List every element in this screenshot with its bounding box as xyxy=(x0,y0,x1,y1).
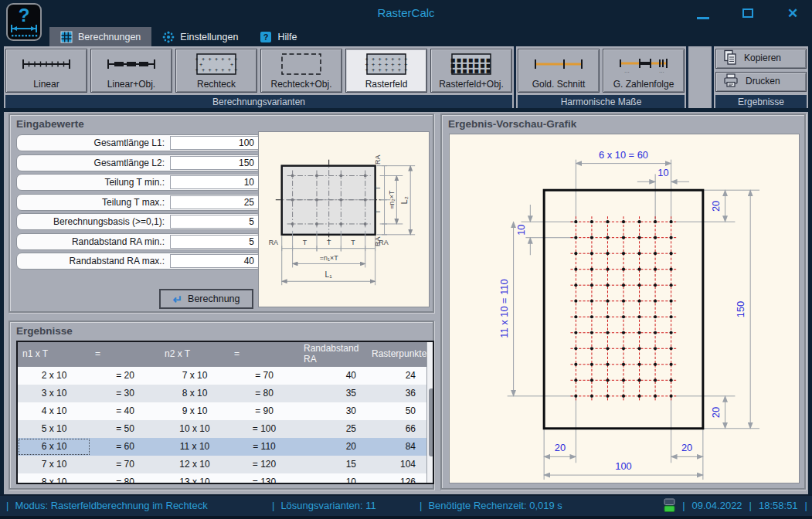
dim-label: 11 x 10 = 110 xyxy=(498,279,510,338)
table-cell[interactable]: 25 xyxy=(299,420,367,438)
table-cell[interactable]: 36 xyxy=(367,385,426,402)
input-row-7: Randabstand RA max.:40 xyxy=(16,253,262,270)
table-cell[interactable]: = 80 xyxy=(229,385,299,402)
input-value-field[interactable]: 5 xyxy=(170,235,260,249)
col-header[interactable]: = xyxy=(229,342,299,367)
table-row[interactable]: 5 x 10= 5010 x 10= 1002566 xyxy=(18,420,426,438)
golden-section-icon xyxy=(532,49,586,79)
table-cell[interactable]: = 110 xyxy=(229,438,299,456)
table-row[interactable]: 8 x 10= 8013 x 10= 13010126 xyxy=(18,473,426,484)
dim-label: T xyxy=(351,239,355,246)
toolbar-group-results: Kopieren Drucken Ergebnisse xyxy=(714,46,808,108)
col-header[interactable]: Randabstand RA xyxy=(299,342,367,367)
table-cell[interactable]: = 60 xyxy=(90,438,160,456)
table-cell[interactable]: 126 xyxy=(367,473,426,484)
table-row[interactable]: 4 x 10= 409 x 10= 903050 xyxy=(18,402,426,420)
berechnung-button[interactable]: ↵ Berechnung xyxy=(159,289,253,309)
table-cell[interactable]: = 100 xyxy=(229,420,299,438)
input-value-field[interactable]: 10 xyxy=(170,175,260,189)
input-value-field[interactable]: 5 xyxy=(170,215,260,229)
minimize-button[interactable] xyxy=(695,5,712,22)
schematic-canvas: RA T T T RA =n₁×T L₁ RA T xyxy=(259,132,429,307)
table-cell[interactable]: = 70 xyxy=(90,456,160,473)
table-cell[interactable]: 12 x 10 xyxy=(160,456,229,473)
linear-objects-button[interactable]: Linear+Obj. xyxy=(90,49,172,93)
table-cell[interactable]: = 20 xyxy=(90,367,160,385)
input-label: Teilung T max.: xyxy=(102,197,165,208)
table-cell[interactable]: 13 x 10 xyxy=(160,473,229,484)
close-button[interactable]: ✕ xyxy=(784,5,801,22)
input-row-6: Randabstand RA min.:5 xyxy=(16,233,262,250)
printer-icon xyxy=(723,73,739,90)
rechteck-obj-button[interactable]: Rechteck+Obj. xyxy=(260,49,342,93)
table-cell[interactable]: 24 xyxy=(367,367,426,385)
rasterfeld-obj-button[interactable]: ■■■■■■■ ■■■■■■■ ■■■■■■■ Rasterfeld+Obj. xyxy=(430,49,512,93)
table-cell[interactable]: = 50 xyxy=(90,420,160,438)
input-value-field[interactable]: 25 xyxy=(170,195,260,209)
results-table-body: 2 x 10= 207 x 10= 7040243 x 10= 308 x 10… xyxy=(18,367,426,484)
table-cell[interactable]: 4 x 10 xyxy=(18,402,90,420)
table-cell[interactable]: 35 xyxy=(299,385,367,402)
table-cell[interactable]: = 40 xyxy=(90,402,160,420)
scrollbar-thumb[interactable] xyxy=(429,388,434,456)
table-cell[interactable]: 30 xyxy=(299,402,367,420)
svg-text:...: ... xyxy=(659,67,664,74)
table-row[interactable]: 3 x 10= 308 x 10= 803536 xyxy=(18,385,426,402)
table-cell[interactable]: 50 xyxy=(367,402,426,420)
col-header[interactable]: Rasterpunkte xyxy=(367,342,426,367)
table-cell[interactable]: 15 xyxy=(299,456,367,473)
col-header[interactable]: = xyxy=(90,342,160,367)
window-controls: ✕ xyxy=(695,5,801,22)
tab-berechnungen[interactable]: Berechnungen xyxy=(49,27,151,46)
table-cell[interactable]: 2 x 10 xyxy=(18,367,90,385)
goldener-schnitt-button[interactable]: Gold. Schnitt xyxy=(518,49,600,93)
table-cell[interactable]: = 70 xyxy=(229,367,299,385)
table-cell[interactable]: 3 x 10 xyxy=(18,385,90,402)
preview-panel: Ergebnis-Vorschau-Grafik xyxy=(440,114,806,490)
kopieren-button[interactable]: Kopieren xyxy=(715,49,807,69)
table-cell[interactable]: 66 xyxy=(367,420,426,438)
table-cell[interactable]: 104 xyxy=(367,456,426,473)
maximize-button[interactable] xyxy=(739,5,756,22)
table-cell[interactable]: 8 x 10 xyxy=(18,473,90,484)
table-cell[interactable]: 11 x 10 xyxy=(160,438,229,456)
table-cell[interactable]: 7 x 10 xyxy=(18,456,90,473)
table-row[interactable]: 2 x 10= 207 x 10= 704024 xyxy=(18,367,426,385)
table-cell[interactable]: = 130 xyxy=(229,473,299,484)
table-cell[interactable]: 5 x 10 xyxy=(18,420,90,438)
titlebar: ? RasterCalc ✕ xyxy=(0,0,812,27)
table-cell[interactable]: 6 x 10 xyxy=(18,438,90,456)
table-scrollbar[interactable] xyxy=(426,342,433,483)
col-header[interactable]: n1 x T xyxy=(18,342,90,367)
drucken-button[interactable]: Drucken xyxy=(715,72,807,92)
table-cell[interactable]: 10 x 10 xyxy=(160,420,229,438)
button-label: Gold. Schnitt xyxy=(532,79,586,91)
separator: | xyxy=(272,500,274,511)
table-cell[interactable]: = 120 xyxy=(229,456,299,473)
col-header[interactable]: n2 x T xyxy=(160,342,229,367)
tab-hilfe[interactable]: ? Hilfe xyxy=(249,27,307,46)
table-cell[interactable]: 10 xyxy=(299,473,367,484)
input-value-field[interactable]: 40 xyxy=(170,254,260,268)
zahlenfolge-button[interactable]: ... ... G. Zahlenfolge xyxy=(603,49,685,93)
table-cell[interactable]: = 30 xyxy=(90,385,160,402)
table-row[interactable]: 6 x 10= 6011 x 10= 1102084 xyxy=(18,438,426,456)
status-variants: | Lösungsvarianten: 11 xyxy=(272,500,376,511)
svg-text:■■■■■■■: ■■■■■■■ xyxy=(450,68,492,74)
table-cell[interactable]: = 80 xyxy=(90,473,160,484)
input-value-field[interactable]: 150 xyxy=(170,156,260,170)
input-value-field[interactable]: 100 xyxy=(170,136,260,150)
tab-einstellungen[interactable]: Einstellungen xyxy=(151,27,249,46)
linear-button[interactable]: Linear xyxy=(5,49,87,93)
rasterfeld-button[interactable]: + + + + + + + + + + + + + + + + + + + + … xyxy=(345,49,427,93)
rechteck-button[interactable]: + + + + + + + + + + + + + + + + Rechteck xyxy=(175,49,257,93)
calculation-grid-icon xyxy=(60,31,73,43)
table-cell[interactable]: 9 x 10 xyxy=(160,402,229,420)
table-cell[interactable]: 20 xyxy=(299,438,367,456)
table-cell[interactable]: 7 x 10 xyxy=(160,367,229,385)
table-cell[interactable]: 8 x 10 xyxy=(160,385,229,402)
table-cell[interactable]: 84 xyxy=(367,438,426,456)
table-cell[interactable]: = 90 xyxy=(229,402,299,420)
table-cell[interactable]: 40 xyxy=(299,367,367,385)
table-row[interactable]: 7 x 10= 7012 x 10= 12015104 xyxy=(18,456,426,473)
